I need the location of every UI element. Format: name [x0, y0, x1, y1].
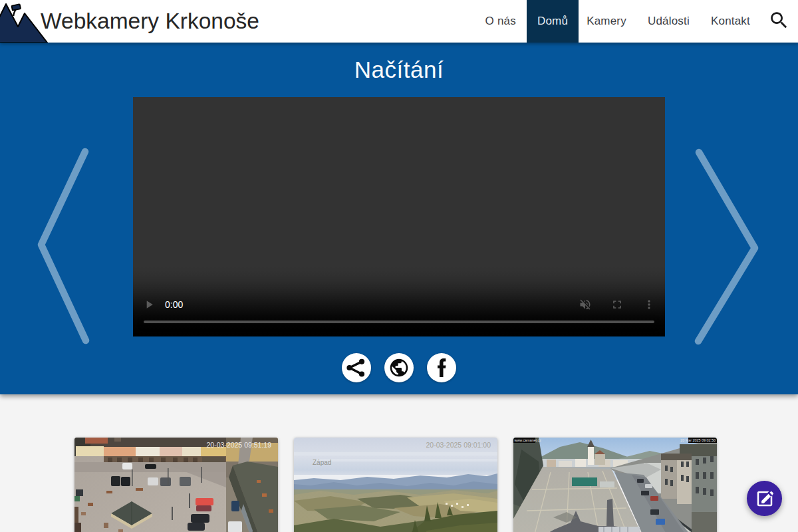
- svg-text:20-03-2025 09:51:19: 20-03-2025 09:51:19: [207, 441, 272, 449]
- svg-text:20 Mar 2025 09:02:50: 20 Mar 2025 09:02:50: [680, 438, 716, 442]
- svg-text:20-03-2025 09:01:00: 20-03-2025 09:01:00: [426, 441, 491, 449]
- svg-text:Západ: Západ: [313, 459, 331, 466]
- svg-text:www.camanet.cz: www.camanet.cz: [514, 438, 542, 442]
